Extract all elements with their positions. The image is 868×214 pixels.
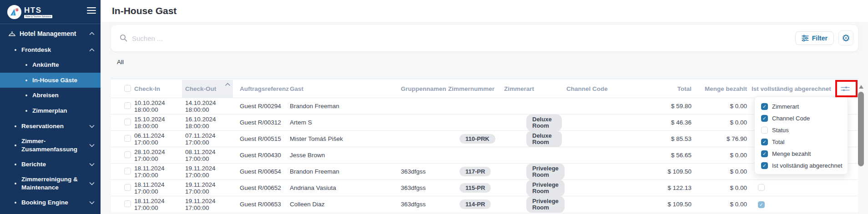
table-row[interactable]: 10.10.2024 18:00:00 14.10.2024 18:00:00 …	[111, 98, 858, 114]
select-all-checkbox[interactable]	[124, 85, 131, 92]
column-header-gruppennamen[interactable]: Gruppennamen	[398, 85, 444, 92]
filter-button[interactable]: Filter	[795, 31, 834, 45]
filter-button-label: Filter	[812, 35, 828, 42]
table-row[interactable]: 15.10.2024 18:00:00 16.10.2024 18:00:00 …	[111, 114, 858, 130]
table-row[interactable]: 18.11.2024 17:00:00 19.11.2024 17:00:00 …	[111, 179, 858, 196]
tab-all[interactable]: All	[117, 59, 124, 65]
sidebar-item-zimmerreinigung-maintenance[interactable]: Zimmerreinigung & Maintenance	[0, 172, 101, 195]
column-header-zimmernummer[interactable]: Zimmernummer	[444, 85, 500, 92]
chevron-down-icon[interactable]	[89, 144, 95, 147]
room-type-badge: Deluxe Room	[526, 131, 562, 147]
gear-icon[interactable]: ⚙	[838, 30, 853, 45]
guests-table: Check-In Check-Out Auftragsreferenz Gast…	[111, 80, 858, 212]
bullet-icon	[15, 144, 16, 146]
bullet-icon	[15, 164, 16, 165]
brand-name: HTS	[24, 6, 52, 14]
sidebar-header: HTS Hotel & Tourism Solutions	[0, 0, 101, 24]
room-type-badge: Privelege Room	[526, 164, 565, 180]
table-row[interactable]: 18.11.2024 17:00:00 19.11.2024 17:00:00 …	[111, 163, 858, 179]
row-checkbox[interactable]	[124, 102, 131, 109]
checkbox-icon	[761, 139, 768, 145]
column-toggle-channel-code[interactable]: Channel Code	[761, 112, 848, 124]
in-house-guests-page: HTS Hotel & Tourism Solutions Hotel Mana…	[0, 0, 868, 214]
table-row[interactable]: 18.11.2024 17:00:00 19.11.2024 17:00:00 …	[111, 196, 858, 212]
column-header-menge-bezahlt[interactable]: Menge bezahlt	[696, 85, 751, 92]
sidebar-item-booking-engine[interactable]: Booking Engine	[0, 195, 101, 210]
column-header-channel-code[interactable]: Channel Code	[562, 85, 632, 92]
row-checkbox[interactable]	[124, 184, 131, 191]
column-visibility-menu: Zimmerart Channel Code Status Total Meng…	[754, 96, 848, 174]
bullet-icon	[25, 95, 27, 96]
column-toggle-zimmerart[interactable]: Zimmerart	[761, 100, 848, 112]
column-toggle-status[interactable]: Status	[761, 124, 848, 136]
checkbox-icon	[761, 150, 768, 157]
chevron-up-icon[interactable]	[89, 49, 95, 52]
checkbox-icon	[761, 115, 768, 122]
chevron-down-icon[interactable]	[89, 201, 95, 204]
chevron-up-icon[interactable]	[89, 32, 95, 35]
column-header-ist-abgerechnet[interactable]: Ist vollständig abgerechnet	[751, 85, 833, 92]
sidebar-item-zimmer-zusammenfassung[interactable]: Zimmer-Zusammenfassung	[0, 134, 101, 157]
search-input[interactable]	[132, 31, 450, 45]
room-type-badge: Privelege Room	[526, 196, 565, 213]
column-toggle-total[interactable]: Total	[761, 136, 848, 148]
column-sliders-icon	[841, 86, 850, 92]
checkbox-icon	[761, 162, 768, 169]
sidebar-item-frontdesk[interactable]: Frontdesk	[0, 43, 101, 57]
scrollbar-up-arrow[interactable]	[859, 85, 863, 89]
room-number-badge: 117-PR	[459, 167, 491, 176]
app-logo[interactable]: HTS Hotel & Tourism Solutions	[7, 5, 52, 19]
column-header-gast[interactable]: Gast	[287, 85, 398, 92]
sidebar-item-abreisen[interactable]: Abreisen	[0, 88, 101, 103]
column-toggle-menge-bezahlt[interactable]: Menge bezahlt	[761, 148, 848, 159]
column-header-checkout[interactable]: Check-Out	[182, 80, 233, 98]
bullet-icon	[25, 64, 27, 66]
bullet-icon	[15, 125, 16, 127]
search-toolbar-card: Filter ⚙	[111, 25, 858, 51]
page-title: In-House Gast	[112, 5, 177, 16]
sidebar-item-ankuenfte[interactable]: Ankünfte	[0, 57, 101, 73]
row-checkbox[interactable]	[124, 168, 131, 174]
chevron-down-icon[interactable]	[89, 125, 95, 128]
vertical-scrollbar-thumb[interactable]	[858, 92, 864, 166]
chevron-down-icon[interactable]	[89, 182, 95, 185]
room-number-badge: 114-PR	[459, 199, 491, 209]
checkbox-icon	[761, 127, 768, 134]
room-number-badge: 115-PR	[459, 183, 491, 193]
sidebar-item-zimmerplan[interactable]: Zimmerplan	[0, 103, 101, 119]
column-settings-button[interactable]	[833, 86, 858, 92]
table-header-row: Check-In Check-Out Auftragsreferenz Gast…	[111, 80, 858, 98]
bullet-icon	[15, 183, 16, 184]
chevron-down-icon[interactable]	[89, 163, 95, 166]
bullet-icon	[25, 110, 27, 112]
paper-plane-logo-icon	[10, 8, 19, 16]
brand-tagline: Hotel & Tourism Solutions	[24, 15, 52, 18]
column-header-checkin[interactable]: Check-In	[132, 85, 182, 92]
room-number-badge: 110-PRK	[459, 134, 495, 144]
sort-asc-icon	[225, 83, 231, 86]
sidebar-item-in-house-gaeste[interactable]: In-House Gäste	[0, 73, 101, 88]
table-row[interactable]: 28.10.2024 17:00:00 08.11.2024 17:00:00 …	[111, 147, 858, 163]
table-row[interactable]: 06.11.2024 17:00:00 07.11.2024 17:00:00 …	[111, 130, 858, 147]
sidebar: HTS Hotel & Tourism Solutions Hotel Mana…	[0, 0, 101, 214]
column-header-total[interactable]: Total	[632, 85, 696, 92]
bullet-icon	[15, 202, 16, 204]
column-toggle-ist-abgerechnet[interactable]: Ist vollständig abgerechnet	[761, 159, 848, 171]
brand-block: HTS Hotel & Tourism Solutions	[24, 6, 52, 18]
tabs-divider	[111, 78, 858, 79]
row-checkbox[interactable]	[124, 119, 131, 125]
column-header-auftragsreferenz[interactable]: Auftragsreferenz	[233, 85, 287, 92]
sidebar-item-hotel-management[interactable]: Hotel Management	[0, 25, 101, 43]
page-header-band	[101, 0, 868, 22]
hamburger-icon[interactable]	[87, 7, 96, 14]
sidebar-item-berichte[interactable]: Berichte	[0, 157, 101, 172]
cloche-icon	[8, 30, 16, 37]
column-header-zimmerart[interactable]: Zimmerart	[500, 85, 562, 92]
row-checkbox[interactable]	[124, 200, 131, 207]
row-checkbox[interactable]	[124, 151, 131, 158]
row-checkbox[interactable]	[124, 135, 131, 142]
sidebar-nav: Hotel Management Frontdesk Ankünfte In-H…	[0, 25, 101, 210]
sidebar-item-reservationen[interactable]: Reservationen	[0, 119, 101, 134]
abgerechnet-checkbox[interactable]	[758, 201, 765, 208]
abgerechnet-checkbox[interactable]	[758, 184, 765, 191]
